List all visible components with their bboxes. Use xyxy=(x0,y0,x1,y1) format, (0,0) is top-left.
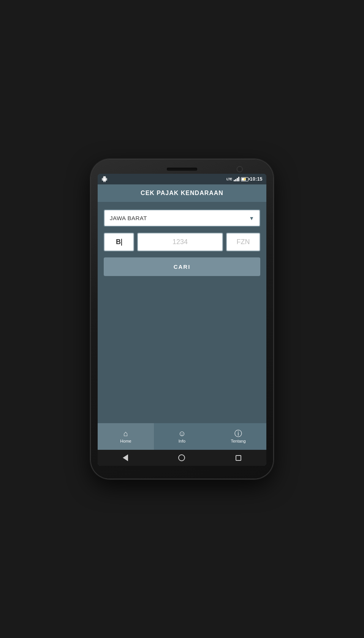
plate-number-input[interactable]: 1234 xyxy=(137,233,223,251)
number-placeholder: 1234 xyxy=(173,238,188,246)
app-bar: CEK PAJAK KENDARAAN xyxy=(98,184,266,202)
nav-label-home: Home xyxy=(120,439,131,443)
phone-bottom-bezel xyxy=(98,466,266,472)
suffix-placeholder: FZN xyxy=(237,238,250,246)
chevron-down-icon: ▼ xyxy=(249,215,254,221)
main-content: JAWA BARAT ▼ B 1234 FZN CARI xyxy=(98,202,266,423)
android-icon xyxy=(101,176,108,182)
nav-item-home[interactable]: ⌂ Home xyxy=(98,423,154,450)
search-button-label: CARI xyxy=(174,263,191,270)
nav-item-tentang[interactable]: ⓘ Tentang xyxy=(210,423,266,450)
status-bar: LTE ⚡ 10:15 xyxy=(98,174,266,184)
status-right: LTE ⚡ 10:15 xyxy=(226,176,263,182)
home-button[interactable] xyxy=(178,454,185,461)
info-circle-icon: ⓘ xyxy=(234,430,242,437)
plate-prefix-input[interactable]: B xyxy=(104,233,134,251)
dropdown-value: JAWA BARAT xyxy=(110,215,147,221)
license-plate-row: B 1234 FZN xyxy=(104,233,260,251)
phone-frame: LTE ⚡ 10:15 CEK PAJAK KENDARAAN xyxy=(91,159,273,479)
province-dropdown[interactable]: JAWA BARAT ▼ xyxy=(104,209,260,227)
smiley-icon: ☺ xyxy=(178,430,186,437)
app-title: CEK PAJAK KENDARAAN xyxy=(141,190,223,196)
signal-icon xyxy=(234,177,239,181)
back-button[interactable] xyxy=(123,454,128,461)
nav-label-tentang: Tentang xyxy=(231,439,245,443)
search-button[interactable]: CARI xyxy=(104,257,260,276)
bottom-nav: ⌂ Home ☺ Info ⓘ Tentang xyxy=(98,423,266,450)
battery-icon: ⚡ xyxy=(241,177,248,181)
prefix-value: B xyxy=(116,238,121,246)
status-left xyxy=(101,176,108,182)
time-display: 10:15 xyxy=(250,176,263,182)
lte-badge: LTE xyxy=(226,177,232,181)
nav-label-info: Info xyxy=(179,439,185,443)
nav-item-info[interactable]: ☺ Info xyxy=(154,423,210,450)
plate-suffix-input[interactable]: FZN xyxy=(226,233,260,251)
phone-screen: LTE ⚡ 10:15 CEK PAJAK KENDARAAN xyxy=(98,174,266,466)
text-cursor xyxy=(121,239,122,246)
system-nav-bar xyxy=(98,450,266,466)
home-icon: ⌂ xyxy=(123,430,128,437)
recents-button[interactable] xyxy=(236,455,241,461)
